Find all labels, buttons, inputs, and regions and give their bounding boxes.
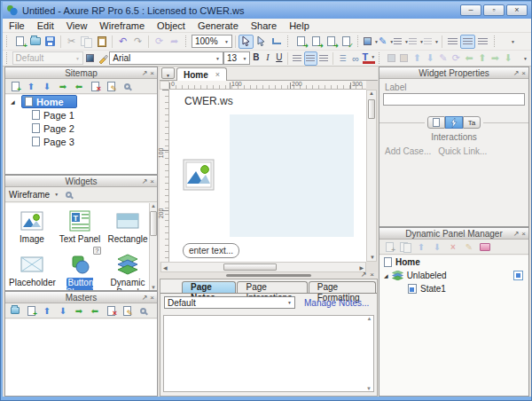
format-painter-icon[interactable] <box>97 51 110 66</box>
move-down-button[interactable]: ⬇ <box>431 240 443 253</box>
splitter-grip[interactable] <box>226 274 311 277</box>
arrow-style-dropdown[interactable]: ▼ <box>424 35 439 49</box>
align-left-button[interactable] <box>445 35 460 49</box>
widget-style-dropdown[interactable]: Default ▼ <box>12 51 83 65</box>
fill-color-dropdown[interactable]: ▼ <box>364 35 379 49</box>
widget-button-shape[interactable]: ? Button Shape <box>57 253 103 290</box>
toolbar-overflow-button[interactable]: ▼ <box>500 35 515 49</box>
manage-notes-link[interactable]: Manage Notes... <box>304 298 369 308</box>
popout-icon[interactable]: ↗ <box>361 271 367 279</box>
popout-icon[interactable]: ↗ <box>513 228 520 240</box>
menu-file[interactable]: File <box>3 20 31 31</box>
align-objects-left-icon[interactable]: ⬅ <box>463 51 476 66</box>
group-objects-icon[interactable] <box>385 51 398 66</box>
maximize-button[interactable]: ▫ <box>483 4 505 16</box>
widget-text-panel[interactable]: T Text Panel <box>57 209 103 244</box>
distribute-horizontal-icon[interactable]: ➡ <box>489 51 502 66</box>
move-up-button[interactable]: ⬆ <box>25 80 37 92</box>
menu-edit[interactable]: Edit <box>31 20 60 31</box>
close-button[interactable]: × <box>506 4 528 16</box>
undo-button[interactable]: ↶ <box>115 35 130 49</box>
move-down-button[interactable]: ⬇ <box>41 80 53 92</box>
popout-icon[interactable]: ↗ <box>142 292 148 303</box>
rename-page-button[interactable]: ✎ <box>105 80 117 92</box>
tab-annotations[interactable] <box>427 116 445 129</box>
line-width-dropdown[interactable]: ▼ <box>394 35 409 49</box>
library-dropdown[interactable]: Wireframe ▼ <box>9 190 59 200</box>
dpm-item-unlabeled[interactable]: ◢ Unlabeled <box>379 269 528 282</box>
underline-button[interactable]: U <box>273 51 285 65</box>
cut-icon[interactable]: ✂ <box>64 35 79 49</box>
delete-state-button[interactable]: × <box>447 240 459 253</box>
popout-icon[interactable]: ↗ <box>142 67 148 79</box>
widget-image[interactable]: Image <box>9 209 55 244</box>
rename-state-button[interactable]: ✎ <box>463 240 475 253</box>
select-tool-button[interactable] <box>239 35 254 49</box>
delete-master-button[interactable]: × <box>105 304 117 317</box>
distribute-vertical-icon[interactable]: ⬇ <box>502 51 515 66</box>
share-project-icon[interactable]: ➦ <box>167 35 182 49</box>
toolbar-overflow-button[interactable]: ▼ <box>514 51 528 66</box>
canvas-vertical-scrollbar[interactable]: ▲ ▼ <box>366 90 377 262</box>
close-icon[interactable]: × <box>150 292 154 303</box>
bring-to-front-icon[interactable]: ⬆ <box>411 51 424 66</box>
redo-button[interactable]: ↷ <box>130 35 145 49</box>
close-icon[interactable]: × <box>370 271 374 279</box>
generate-prototype-button[interactable]: ➜ <box>293 35 309 49</box>
note-text-area[interactable]: ▲ ▼ <box>163 315 374 392</box>
indent-button[interactable]: ➡ <box>57 80 69 92</box>
popout-icon[interactable]: ↗ <box>513 67 520 79</box>
align-objects-top-icon[interactable]: ⬆ <box>475 51 489 66</box>
close-icon[interactable]: × <box>521 67 526 79</box>
tab-formatting[interactable]: Ta <box>463 116 481 129</box>
copy-icon[interactable] <box>79 35 94 49</box>
menu-wireframe[interactable]: Wireframe <box>93 20 151 31</box>
new-file-button[interactable]: + <box>12 35 27 49</box>
sitemap-item-home[interactable]: ◢ Home <box>5 95 157 108</box>
masters-list[interactable] <box>5 319 157 396</box>
generate-html-button[interactable]: ➜ <box>324 35 339 49</box>
canvas-rectangle-widget[interactable] <box>230 114 354 237</box>
save-button[interactable] <box>43 35 58 49</box>
menu-share[interactable]: Share <box>245 20 283 31</box>
canvas-button-widget[interactable]: enter text... <box>183 243 239 258</box>
search-icon[interactable] <box>137 304 149 317</box>
style-editor-icon[interactable] <box>83 51 97 66</box>
expander-icon[interactable]: ◢ <box>384 272 388 279</box>
move-up-button[interactable]: ⬆ <box>415 240 427 253</box>
scroll-down-icon[interactable]: ▼ <box>370 255 375 260</box>
dpm-item-home[interactable]: Home <box>379 256 528 269</box>
popout-icon[interactable]: ↗ <box>142 176 148 187</box>
add-page-button[interactable]: + <box>9 80 21 92</box>
show-hide-panels-button[interactable] <box>479 240 491 253</box>
add-state-button[interactable]: + <box>383 240 395 253</box>
text-align-center-button[interactable] <box>304 51 317 66</box>
scroll-right-icon[interactable]: ▶ <box>359 264 364 271</box>
widget-label-input[interactable] <box>383 93 525 106</box>
scrollbar-thumb[interactable] <box>368 99 375 119</box>
widget-dynamic-panel[interactable]: Dynamic Panel <box>105 253 151 290</box>
generate-specification-button[interactable]: ➜ <box>309 35 324 49</box>
notes-scrollbar[interactable]: ▲ ▼ <box>365 316 373 391</box>
widget-placeholder[interactable]: Placeholder <box>9 253 55 290</box>
add-master-button[interactable]: + <box>25 304 37 317</box>
tab-interactions[interactable] <box>445 116 463 129</box>
add-case-link[interactable]: Add Case... <box>385 146 431 156</box>
menu-view[interactable]: View <box>60 20 94 31</box>
sitemap-item-page3[interactable]: Page 3 <box>5 135 157 148</box>
scrollbar-thumb[interactable] <box>150 211 157 236</box>
design-canvas[interactable]: CWER.ws enter text... <box>169 90 366 262</box>
sitemap-item-page1[interactable]: Page 1 <box>5 108 157 122</box>
align-right-button[interactable] <box>475 35 490 49</box>
close-icon[interactable]: × <box>150 176 154 187</box>
tab-page-notes[interactable]: Page Notes <box>182 281 236 293</box>
select-intersect-tool-button[interactable] <box>254 35 269 49</box>
search-icon[interactable] <box>121 80 133 92</box>
menu-help[interactable]: Help <box>283 20 316 31</box>
line-color-dropdown[interactable]: ✎▼ <box>379 35 394 49</box>
canvas-text-widget[interactable]: CWER.ws <box>184 95 233 107</box>
dpm-item-state1[interactable]: State1 <box>379 282 528 295</box>
tab-list-dropdown[interactable]: ▼ <box>161 67 175 79</box>
update-library-icon[interactable]: ⟳ <box>152 35 167 49</box>
text-align-right-button[interactable] <box>317 51 331 66</box>
